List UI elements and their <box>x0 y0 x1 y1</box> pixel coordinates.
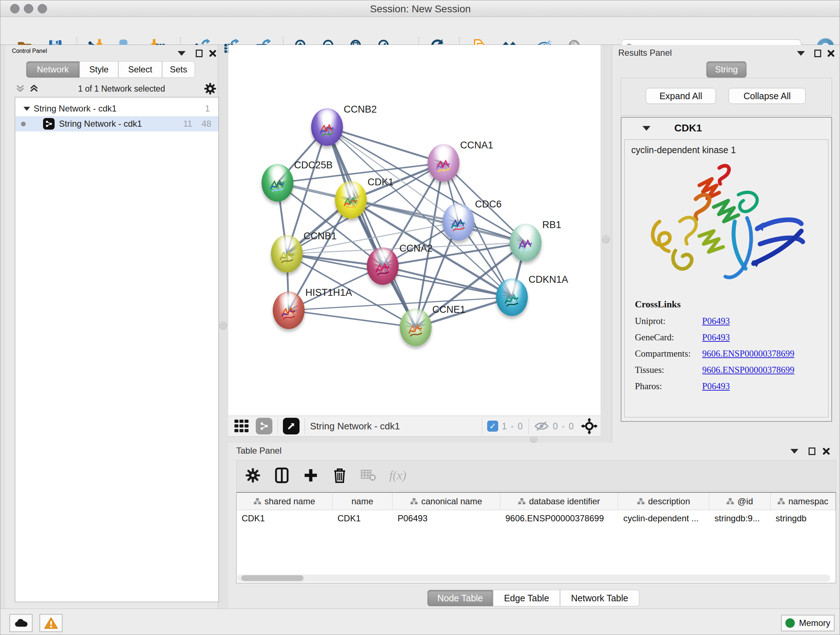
node-label-ccna1: CCNA1 <box>460 140 493 151</box>
expand-all-button[interactable]: Expand All <box>646 88 716 104</box>
column-header-name[interactable]: name <box>332 493 393 510</box>
column-header-namespac[interactable]: namespac <box>771 493 836 510</box>
bottom-splitter-handle[interactable] <box>530 435 537 443</box>
control-panel-close-button[interactable] <box>207 48 219 59</box>
tab-style[interactable]: Style <box>80 61 118 78</box>
crosslink-label: GeneCard: <box>635 333 702 342</box>
results-panel-close-button[interactable] <box>825 48 837 59</box>
network-row[interactable]: String Network - cdk1 11 48 <box>16 116 218 131</box>
crosslink-row: GeneCard:P06493 <box>635 333 823 342</box>
node-ccnb1[interactable] <box>271 235 303 272</box>
tab-node-table[interactable]: Node Table <box>427 590 493 606</box>
results-panel-float-button[interactable] <box>812 48 824 59</box>
entry-collapse-icon[interactable] <box>643 126 651 131</box>
fit-selected-crosshair-icon[interactable] <box>581 418 598 434</box>
node-ccne1[interactable] <box>400 309 431 346</box>
delete-column-trash-icon[interactable] <box>332 467 348 484</box>
column-header-shared-name[interactable]: shared name <box>237 493 332 510</box>
table-row[interactable]: CDK1CDK1P064939606.ENSP00000378699cyclin… <box>237 510 836 527</box>
network-options-gear-icon[interactable] <box>204 82 217 95</box>
selected-nodes-checkbox[interactable]: ✓ <box>487 421 498 432</box>
cloud-status-button[interactable] <box>9 614 33 632</box>
memory-button[interactable]: Memory <box>781 615 835 631</box>
right-splitter-handle[interactable] <box>602 235 610 243</box>
crosslink-row: Pharos:P06493 <box>635 381 823 391</box>
table-horizontal-scrollbar[interactable] <box>237 575 830 582</box>
results-panel: Results Panel String Expand All Collapse… <box>612 45 840 443</box>
tab-edge-table[interactable]: Edge Table <box>493 590 560 606</box>
app-window: Session: New Session ? Control Panel Net… <box>0 0 840 635</box>
tab-select[interactable]: Select <box>118 61 162 78</box>
node-cdc6[interactable] <box>442 203 474 241</box>
function-builder-icon-disabled: f(x) <box>389 469 406 482</box>
table-panel-float-button[interactable] <box>806 446 818 456</box>
node-label-hist1h1a: HIST1H1A <box>305 287 352 298</box>
table-cell[interactable]: 9606.ENSP00000378699 <box>500 510 618 527</box>
node-hist1h1a[interactable] <box>273 291 305 329</box>
warning-status-button[interactable] <box>39 614 63 632</box>
crosslink-link[interactable]: P06493 <box>702 381 729 391</box>
node-ccna2[interactable] <box>367 247 399 285</box>
table-settings-gear-icon[interactable] <box>245 467 261 484</box>
crosslink-link[interactable]: P06493 <box>702 316 729 326</box>
column-header--id[interactable]: @id <box>709 493 771 510</box>
node-label-ccna2: CCNA2 <box>399 243 433 254</box>
node-cdk1[interactable] <box>335 181 367 219</box>
results-panel-menu-button[interactable] <box>795 48 807 59</box>
crosslink-link[interactable]: 9606.ENSP00000378699 <box>702 348 794 359</box>
network-view-canvas[interactable]: CCNB2 CCNA1 CDC25B CDK1 <box>228 45 600 416</box>
tab-network-table[interactable]: Network Table <box>560 590 639 606</box>
crosslink-link[interactable]: 9606.ENSP00000378699 <box>702 365 794 375</box>
collection-expand-icon[interactable] <box>24 107 34 111</box>
table-panel-menu-button[interactable] <box>788 446 801 456</box>
table-cell[interactable]: cyclin-dependent ... <box>618 510 709 527</box>
entry-header[interactable]: CDK1 <box>622 118 831 139</box>
network-row-label: String Network - cdk1 <box>59 119 183 129</box>
crosslink-row: Tissues:9606.ENSP00000378699 <box>635 365 823 375</box>
column-header-canonical-name[interactable]: canonical name <box>393 493 500 510</box>
hidden-counts: 0 - 0 <box>553 421 575 432</box>
tab-sets[interactable]: Sets <box>162 61 195 78</box>
node-cdc25b[interactable] <box>262 164 294 202</box>
collapse-all-icon[interactable] <box>15 83 26 94</box>
left-splitter-handle[interactable] <box>219 321 227 329</box>
node-table: shared namenamecanonical namedatabase id… <box>236 492 836 583</box>
export-view-icon[interactable] <box>283 418 300 434</box>
show-columns-icon[interactable] <box>273 467 290 484</box>
tab-network[interactable]: Network <box>26 61 80 78</box>
column-header-database-identifier[interactable]: database identifier <box>500 493 618 510</box>
node-structure-thumbnail <box>434 157 453 175</box>
expand-all-icon[interactable] <box>28 83 39 94</box>
table-cell[interactable]: CDK1 <box>332 510 393 527</box>
table-cell[interactable]: stringdb:9... <box>709 510 771 527</box>
node-cdkn1a[interactable] <box>496 279 528 316</box>
table-cell[interactable]: stringdb <box>771 510 836 527</box>
add-column-icon[interactable] <box>302 467 319 484</box>
collapse-all-button[interactable]: Collapse All <box>729 88 806 104</box>
string-network-icon <box>43 118 55 130</box>
control-panel-menu-button[interactable] <box>175 48 188 59</box>
crosslink-link[interactable]: P06493 <box>702 333 729 342</box>
entry-detail: cyclin-dependent kinase 1 <box>624 139 829 417</box>
birdseye-grid-icon[interactable] <box>233 418 250 434</box>
table-panel-close-button[interactable] <box>820 446 832 456</box>
memory-status-dot <box>785 618 795 628</box>
tab-string[interactable]: String <box>706 61 747 78</box>
string-tools-icon[interactable] <box>256 418 272 434</box>
node-structure-thumbnail <box>516 236 535 255</box>
node-label-cdc6: CDC6 <box>475 199 502 210</box>
node-ccna1[interactable] <box>428 144 459 182</box>
table-cell[interactable]: P06493 <box>393 510 500 527</box>
node-rb1[interactable] <box>510 224 542 261</box>
crosslink-label: Uniprot: <box>635 316 702 326</box>
network-collection-row[interactable]: String Network - cdk1 1 <box>16 101 218 116</box>
network-current-dot <box>21 122 26 126</box>
node-ccnb2[interactable] <box>311 108 343 146</box>
control-panel-float-button[interactable] <box>193 48 205 59</box>
column-header-description[interactable]: description <box>618 493 709 510</box>
network-view-toolbar: String Network - cdk1 ✓ 1 - 0 0 - 0 <box>228 416 600 437</box>
collection-count: 1 <box>205 103 210 114</box>
collection-label: String Network - cdk1 <box>34 103 205 114</box>
title-bar: Session: New Session <box>0 0 840 17</box>
table-cell[interactable]: CDK1 <box>237 510 332 527</box>
